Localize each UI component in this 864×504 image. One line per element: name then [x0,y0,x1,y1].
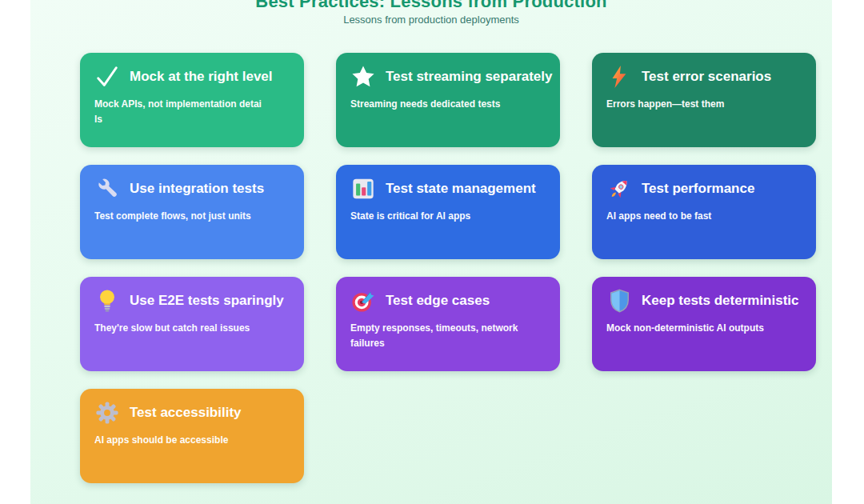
card-title: Use integration tests [130,181,264,197]
card-test-edge-cases: Test edge cases Empty responses, timeout… [336,277,560,371]
star-icon [350,64,376,90]
card-test-accessibility: Test accessibility AI apps should be acc… [80,389,304,483]
card-title: Test performance [642,181,754,197]
card-description: AI apps need to be fast [606,209,802,224]
card-description: They're slow but catch real issues [94,321,290,336]
card-description: Mock APIs, not implementation detai ls [94,97,290,127]
card-use-e2e-tests-sparingly: Use E2E tests sparingly They're slow but… [80,277,304,371]
target-icon [350,288,376,314]
card-header: Test edge cases [336,277,560,314]
card-title: Mock at the right level [130,69,273,85]
card-description: Streaming needs dedicated tests [350,97,546,112]
card-header: Test streaming separately [336,53,560,90]
card-title: Keep tests deterministic [642,293,799,309]
page-subtitle: Lessons from production deployments [30,14,832,26]
card-title: Test accessibility [130,405,242,421]
card-description: Empty responses, timeouts, network failu… [350,321,546,351]
lightbulb-icon [94,288,120,314]
card-header: Keep tests deterministic [592,277,816,314]
card-test-error-scenarios: Test error scenarios Errors happen—test … [592,53,816,147]
card-use-integration-tests: Use integration tests Test complete flow… [80,165,304,259]
card-header: Test state management [336,165,560,202]
card-test-streaming-separately: Test streaming separately Streaming need… [336,53,560,147]
card-title: Test state management [386,181,536,197]
card-header: Use E2E tests sparingly [80,277,304,314]
bar-chart-icon [350,176,376,202]
card-description: State is critical for AI apps [350,209,546,224]
card-title: Test error scenarios [642,69,771,85]
wrench-icon [94,176,120,202]
card-title: Test edge cases [386,293,490,309]
rocket-icon [606,176,632,202]
card-title: Test streaming separately [386,69,553,85]
card-header: Test performance [592,165,816,202]
lightning-icon [606,64,632,90]
card-header: Mock at the right level [80,53,304,90]
card-header: Test accessibility [80,389,304,426]
card-description: Mock non-deterministic AI outputs [606,321,802,336]
card-description: AI apps should be accessible [94,433,290,448]
best-practices-card-grid: Mock at the right level Mock APIs, not i… [80,53,816,483]
card-description: Errors happen—test them [606,97,802,112]
card-test-performance: Test performance AI apps need to be fast [592,165,816,259]
card-title: Use E2E tests sparingly [130,293,284,309]
card-mock-at-the-right-level: Mock at the right level Mock APIs, not i… [80,53,304,147]
gear-icon [94,400,120,426]
card-test-state-management: Test state management State is critical … [336,165,560,259]
card-header: Use integration tests [80,165,304,202]
check-icon [94,64,120,90]
shield-icon [606,288,632,314]
card-header: Test error scenarios [592,53,816,90]
card-description: Test complete flows, not just units [94,209,290,224]
page-title: Best Practices: Lessons from Production [30,0,832,10]
slide-background: Best Practices: Lessons from Production … [30,0,832,504]
card-keep-tests-deterministic: Keep tests deterministic Mock non-determ… [592,277,816,371]
